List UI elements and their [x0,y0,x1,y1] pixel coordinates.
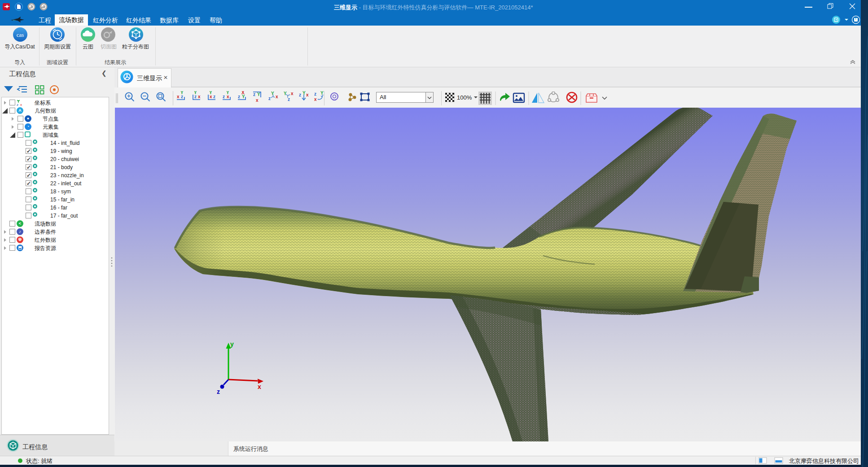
svg-text:100%: 100% [457,94,472,101]
svg-text:z: z [17,103,18,106]
svg-text:z: z [288,97,290,102]
svg-text:Y: Y [226,91,229,95]
svg-text:z: z [299,92,301,97]
svg-text:z: z [314,92,316,96]
svg-text:x: x [20,103,22,106]
svg-text:z: z [217,388,220,395]
svg-text:Y: Y [209,91,212,95]
svg-text:z: z [238,94,240,99]
svg-text:x: x [291,91,294,96]
svg-text:Y: Y [271,91,274,96]
svg-text:z: z [253,92,255,97]
svg-text:x: x [256,98,259,103]
svg-text:x: x [258,383,261,390]
svg-text:x: x [314,97,317,102]
svg-text:x: x [276,94,278,99]
svg-text:cas: cas [17,31,24,38]
svg-text:Y: Y [194,91,197,95]
svg-text:Y: Y [257,92,260,97]
svg-text:z: z [268,96,271,101]
svg-text:z: z [213,94,215,99]
svg-text:X: X [241,91,245,95]
svg-text:x: x [198,94,201,99]
svg-text:x: x [177,94,180,99]
svg-text:x: x [306,92,309,97]
svg-text:z: z [223,94,225,99]
svg-text:Y: Y [284,91,287,96]
svg-text:Y: Y [180,91,184,95]
svg-text:y: y [230,340,234,348]
